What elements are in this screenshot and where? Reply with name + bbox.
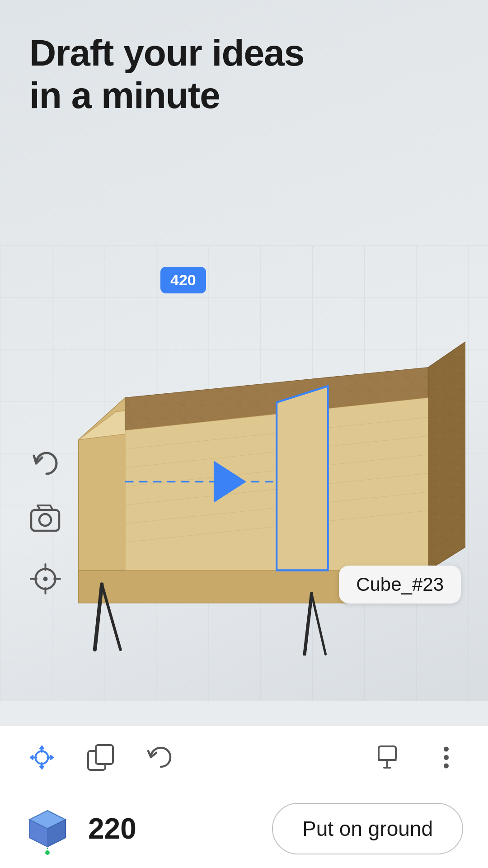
svg-rect-49 [379,746,396,760]
svg-point-54 [444,755,449,760]
svg-marker-25 [277,386,328,570]
furniture-model [23,294,488,665]
cube-label: Cube_#23 [339,566,461,604]
svg-point-60 [45,850,50,855]
put-on-ground-button[interactable]: Put on ground [272,803,463,854]
target-button[interactable] [23,556,68,601]
height-value: 220 [88,812,254,845]
measurement-value: 420 [170,271,196,288]
svg-point-55 [444,764,449,769]
svg-rect-48 [96,745,113,764]
undo-button[interactable] [25,443,66,484]
svg-marker-17 [428,342,465,570]
svg-point-42 [36,751,48,764]
paint-format-icon[interactable] [373,741,407,774]
svg-point-35 [39,514,51,526]
more-options-icon[interactable] [429,741,463,774]
duplicate-icon[interactable] [84,741,117,774]
object-icon [25,806,70,851]
svg-point-37 [43,576,47,581]
bottom-bar: 220 Put on ground [0,789,488,868]
page-title: Draft your ideas in a minute [29,32,304,117]
toolbar-undo-icon[interactable] [142,741,176,774]
measurement-badge: 420 [160,267,206,293]
svg-point-53 [444,747,449,752]
move-transform-icon[interactable] [25,741,59,774]
camera-button[interactable] [23,495,68,540]
toolbar [0,726,488,789]
